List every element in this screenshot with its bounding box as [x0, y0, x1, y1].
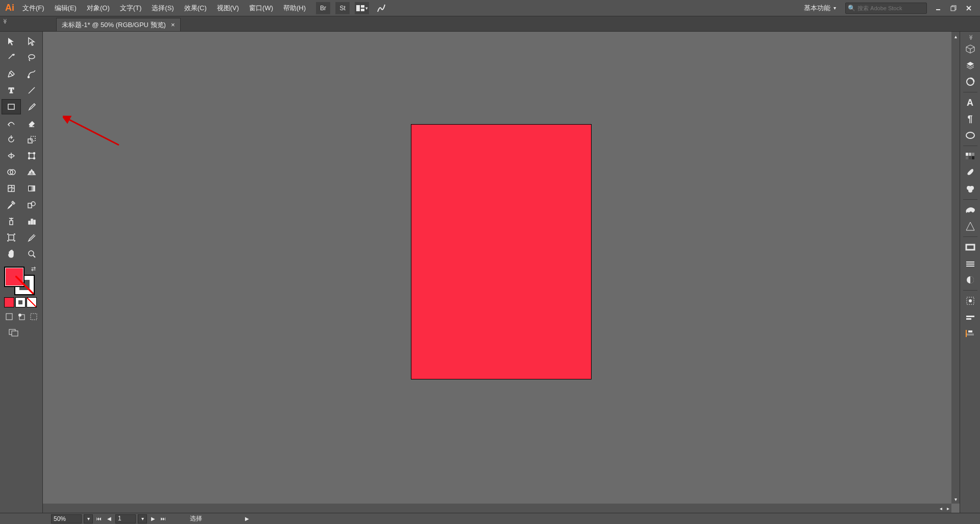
menu-object[interactable]: 对象(O)	[82, 0, 115, 16]
color-mode-button[interactable]	[4, 297, 14, 307]
vertical-scrollbar[interactable]: ▴ ▾	[951, 32, 960, 504]
symbol-sprayer-tool[interactable]	[2, 213, 21, 229]
type-tool[interactable]: T	[2, 83, 21, 98]
document-tab[interactable]: 未标题-1* @ 50% (RGB/GPU 预览) ×	[56, 18, 181, 31]
menu-effect[interactable]: 效果(C)	[179, 0, 212, 16]
graphic-styles-panel-icon[interactable]	[961, 309, 979, 325]
appearance-panel-icon[interactable]	[961, 293, 979, 309]
zoom-tool[interactable]	[22, 246, 41, 261]
eraser-tool[interactable]	[22, 115, 41, 131]
minimize-button[interactable]	[932, 4, 944, 13]
stroke-swatch[interactable]	[14, 275, 35, 295]
pen-tool[interactable]	[2, 66, 21, 82]
draw-behind-button[interactable]	[16, 312, 27, 322]
scroll-up-icon[interactable]: ▴	[952, 33, 959, 40]
hand-tool[interactable]	[2, 246, 21, 261]
menu-view[interactable]: 视图(V)	[212, 0, 244, 16]
color-panel-icon[interactable]	[961, 202, 979, 218]
toolbox-collapse-handle[interactable]: ≪	[2, 19, 8, 24]
svg-rect-48	[972, 153, 974, 156]
document-tab-title: 未标题-1* @ 50% (RGB/GPU 预览)	[62, 20, 166, 30]
status-menu-button[interactable]: ▶	[245, 516, 249, 521]
swap-fill-stroke-icon[interactable]: ⇄	[31, 266, 36, 272]
workspace-switcher[interactable]: 基本功能 ▾	[799, 4, 841, 13]
first-artboard-button[interactable]: ⏮	[95, 515, 103, 523]
rectangle-tool[interactable]	[2, 99, 21, 114]
close-button[interactable]	[963, 4, 975, 13]
menu-help[interactable]: 帮助(H)	[278, 0, 311, 16]
arrange-docs-button[interactable]: ▾	[355, 2, 369, 14]
brushes-panel-icon[interactable]	[961, 164, 979, 181]
rotate-tool[interactable]	[2, 132, 21, 147]
menu-edit[interactable]: 编辑(E)	[50, 0, 82, 16]
window-controls	[932, 4, 978, 13]
gpu-preview-icon[interactable]	[374, 2, 388, 14]
selection-tool[interactable]	[2, 34, 21, 49]
line-segment-tool[interactable]	[22, 83, 41, 98]
canvas-area[interactable]: ▴ ▾ ◂ ▸	[43, 32, 960, 513]
curvature-tool[interactable]	[22, 66, 41, 82]
gradient-panel-icon[interactable]	[961, 255, 979, 272]
shape-builder-tool[interactable]	[2, 164, 21, 180]
scroll-down-icon[interactable]: ▾	[952, 495, 959, 503]
menu-type[interactable]: 文字(T)	[115, 0, 147, 16]
layers-panel-icon[interactable]	[961, 57, 979, 74]
artboard-dropdown[interactable]: ▾	[138, 514, 147, 523]
color-guide-panel-icon[interactable]	[961, 218, 979, 234]
symbols-panel-icon[interactable]	[961, 181, 979, 197]
zoom-dropdown[interactable]: ▾	[84, 514, 93, 523]
gradient-tool[interactable]	[22, 181, 41, 196]
close-tab-icon[interactable]: ×	[171, 21, 175, 29]
swatches-panel-icon[interactable]	[961, 148, 979, 164]
scroll-left-icon[interactable]: ◂	[937, 505, 944, 512]
menu-window[interactable]: 窗口(W)	[244, 0, 278, 16]
libraries-panel-icon[interactable]	[961, 74, 979, 90]
artboard-tool[interactable]	[2, 230, 21, 245]
transparency-panel-icon[interactable]	[961, 272, 979, 288]
artboard[interactable]	[411, 124, 592, 379]
none-mode-button[interactable]	[27, 297, 37, 307]
draw-normal-button[interactable]	[4, 312, 14, 322]
stock-search-input[interactable]	[857, 5, 924, 11]
bridge-button[interactable]: Br	[316, 2, 330, 14]
free-transform-tool[interactable]	[22, 148, 41, 163]
next-artboard-button[interactable]: ▶	[149, 515, 157, 523]
shaper-tool[interactable]	[2, 115, 21, 131]
restore-button[interactable]	[947, 4, 960, 13]
paintbrush-tool[interactable]	[22, 99, 41, 114]
slice-tool[interactable]	[22, 230, 41, 245]
stock-button[interactable]: St	[335, 2, 350, 14]
toolbox: T	[0, 32, 43, 513]
blend-tool[interactable]	[22, 197, 41, 212]
width-tool[interactable]	[2, 148, 21, 163]
mesh-tool[interactable]	[2, 181, 21, 196]
svg-rect-13	[8, 104, 14, 109]
perspective-grid-tool[interactable]	[22, 164, 41, 180]
lasso-tool[interactable]	[22, 50, 41, 65]
stock-search[interactable]: 🔍	[845, 3, 927, 14]
character-panel-icon[interactable]: A	[961, 94, 979, 111]
horizontal-scrollbar[interactable]: ◂ ▸	[43, 504, 951, 513]
right-dock-collapse-handle[interactable]: ≫	[967, 35, 974, 40]
gradient-mode-button[interactable]	[15, 297, 26, 307]
artboard-number[interactable]: 1	[115, 514, 136, 523]
scale-tool[interactable]	[22, 132, 41, 147]
draw-inside-button[interactable]	[29, 312, 39, 322]
stroke-panel-icon[interactable]	[961, 239, 979, 255]
paragraph-panel-icon[interactable]: ¶	[961, 111, 979, 127]
zoom-level[interactable]: 50%	[51, 514, 82, 523]
screen-mode-button[interactable]	[4, 326, 23, 340]
menu-select[interactable]: 选择(S)	[146, 0, 179, 16]
fill-stroke-swatch[interactable]: ⇄	[4, 267, 35, 295]
column-graph-tool[interactable]	[22, 213, 41, 229]
scroll-right-icon[interactable]: ▸	[944, 505, 951, 512]
align-panel-icon[interactable]	[961, 325, 979, 342]
eyedropper-tool[interactable]	[2, 197, 21, 212]
direct-selection-tool[interactable]	[22, 34, 41, 49]
properties-panel-icon[interactable]	[961, 41, 979, 57]
last-artboard-button[interactable]: ⏭	[159, 515, 167, 523]
menu-file[interactable]: 文件(F)	[17, 0, 50, 16]
opentype-panel-icon[interactable]	[961, 127, 979, 144]
magic-wand-tool[interactable]	[2, 50, 21, 65]
prev-artboard-button[interactable]: ◀	[105, 515, 113, 523]
